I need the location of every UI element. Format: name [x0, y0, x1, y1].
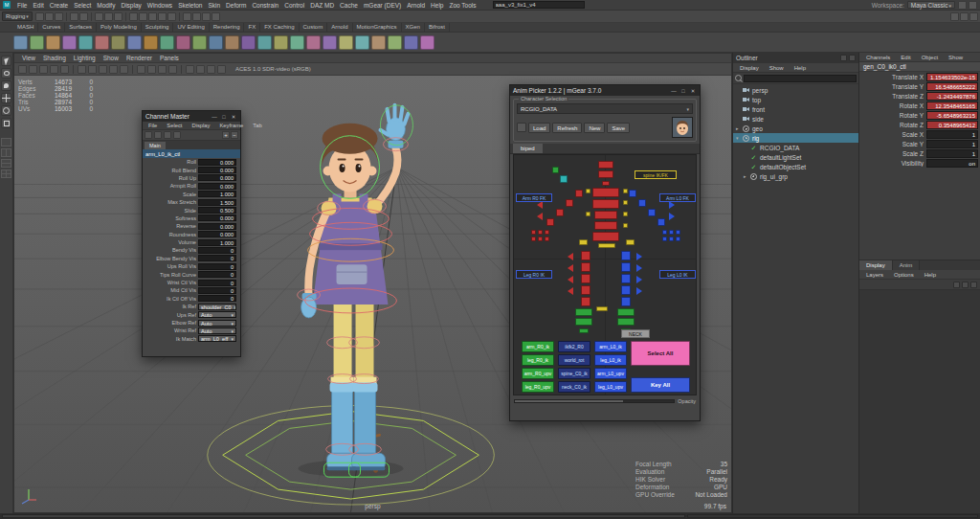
new-empty-layer-icon[interactable]: [962, 282, 969, 288]
cm-value-field[interactable]: 0.000: [198, 167, 236, 173]
2d-pan-zoom-icon[interactable]: [78, 65, 86, 74]
picker-table-leg-r0-ik[interactable]: leg_R0_ik: [522, 354, 554, 366]
shelf-icon-16[interactable]: [274, 35, 288, 50]
picker-button-yellow-43[interactable]: [586, 212, 590, 216]
cm-value-field[interactable]: 0.500: [198, 207, 236, 214]
picker-label-arm-l0-fk[interactable]: Arm L0 FK: [659, 193, 696, 202]
cm-value-field[interactable]: 0: [198, 255, 236, 261]
picker-button-red-17[interactable]: [545, 237, 549, 241]
outliner-item-rcgio-data[interactable]: ✓RCGIO_DATA: [733, 143, 858, 152]
axis-gizmo[interactable]: [19, 485, 38, 508]
cm-value-field[interactable]: 0: [198, 247, 236, 254]
shelf-icon-1[interactable]: [30, 35, 44, 50]
channel-value-field[interactable]: 1: [926, 140, 978, 148]
picker-button-yellow-44[interactable]: [579, 239, 588, 245]
picker-table-arm-r0-ik[interactable]: arm_R0_ik: [522, 341, 554, 352]
lasso-tool[interactable]: [1, 68, 11, 79]
save-button[interactable]: Save: [607, 123, 630, 133]
picker-button-yellow-40[interactable]: [623, 212, 628, 216]
layer-move-up-icon[interactable]: [953, 282, 960, 288]
cm-value-field[interactable]: 1.000: [198, 239, 236, 246]
shelf-tab-poly-modeling[interactable]: Poly Modeling: [97, 23, 142, 32]
picker-arrow-r-6[interactable]: [669, 201, 675, 209]
layer-menu-layers[interactable]: Layers: [866, 272, 883, 278]
picker-arrow-r-7[interactable]: [669, 213, 675, 220]
menu-deform[interactable]: Deform: [226, 2, 246, 9]
snap-curve-icon[interactable]: [139, 12, 147, 21]
shelf-icon-9[interactable]: [160, 35, 174, 50]
picker-button-red-2[interactable]: [602, 181, 610, 186]
new-button[interactable]: New: [584, 123, 605, 133]
textured-icon[interactable]: [207, 65, 215, 74]
picker-button-red-15[interactable]: [531, 237, 536, 241]
open-scene-icon[interactable]: [45, 12, 54, 21]
picker-button-green-51[interactable]: [617, 308, 635, 316]
wireframe-on-shaded-icon[interactable]: [196, 65, 205, 74]
shelf-tab-sculpting[interactable]: Sculpting: [142, 23, 174, 32]
shelf-tab-motiongraphics[interactable]: MotionGraphics: [353, 23, 402, 32]
picker-label-spine-ik-fk[interactable]: spine IK/FK: [635, 170, 677, 179]
channel-value-field[interactable]: on: [926, 159, 978, 168]
picker-button-red-9[interactable]: [566, 199, 573, 207]
shelf-tab-curves[interactable]: Curves: [38, 23, 65, 32]
shelf-icon-17[interactable]: [290, 35, 304, 50]
picker-button-red-11[interactable]: [546, 218, 554, 226]
undo-icon[interactable]: [70, 12, 78, 21]
grid-toggle-icon[interactable]: [88, 65, 97, 74]
picker-button-red-20[interactable]: [581, 274, 590, 283]
filter-icon[interactable]: [164, 131, 171, 139]
picker-button-blue-34[interactable]: [621, 262, 631, 272]
cm-menu-keyframe[interactable]: Keyframe: [219, 123, 243, 128]
picker-menu-icon[interactable]: [517, 123, 526, 132]
resolution-gate-icon[interactable]: [109, 65, 118, 74]
time-slider-strip[interactable]: [0, 513, 980, 519]
shelf-icon-8[interactable]: [144, 35, 158, 50]
shelf-icon-10[interactable]: [176, 35, 190, 50]
remove-channel-button[interactable]: −: [231, 131, 238, 139]
cm-enum-field[interactable]: Auto▾: [198, 320, 236, 327]
shelf-tab-custom[interactable]: Custom: [300, 23, 328, 32]
snap-plane-icon[interactable]: [158, 12, 167, 21]
picker-table-leg-r0-upv[interactable]: leg_R0_upv: [522, 381, 554, 393]
new-layer-from-selected-icon[interactable]: [970, 282, 977, 288]
shelf-tab-fx[interactable]: FX: [244, 23, 260, 32]
picker-table-leg-l0-upv[interactable]: leg_L0_upv: [594, 381, 627, 393]
outliner-item-geo[interactable]: ▸geo: [733, 124, 858, 133]
shelf-tab-rendering[interactable]: Rendering: [210, 23, 245, 32]
shelf-tab-bifrost[interactable]: Bifrost: [425, 23, 450, 32]
new-scene-icon[interactable]: [35, 12, 44, 21]
picker-button-red-12[interactable]: [531, 230, 536, 235]
picker-button-yellow-47[interactable]: [596, 306, 608, 311]
shelf-tab-surfaces[interactable]: Surfaces: [65, 23, 97, 32]
four-pane-layout-button[interactable]: [1, 169, 11, 178]
cm-value-field[interactable]: 0: [198, 287, 236, 294]
picker-button-red-14[interactable]: [545, 230, 549, 235]
channel-value-field[interactable]: 1.154633502e-15: [926, 73, 978, 81]
channel-box-menu-channels[interactable]: Channels: [866, 55, 890, 60]
paint-select-tool[interactable]: [1, 80, 11, 91]
cm-menu-display[interactable]: Display: [191, 123, 210, 128]
range-slider-bar[interactable]: [2, 514, 685, 518]
select-camera-icon[interactable]: [18, 65, 27, 74]
channel-master-tab[interactable]: Main: [145, 142, 166, 149]
picker-button-red-13[interactable]: [538, 230, 543, 235]
picker-button-red-16[interactable]: [538, 237, 543, 241]
picker-arrow-r-11[interactable]: [636, 287, 642, 295]
picker-button-red-8[interactable]: [575, 190, 583, 197]
menu-zoo-tools[interactable]: Zoo Tools: [449, 2, 476, 9]
outliner-item-rig[interactable]: ▾rig: [733, 133, 858, 143]
picker-button-blue-31[interactable]: [669, 237, 674, 241]
channel-value-field[interactable]: 0.3548965412: [926, 121, 978, 129]
picker-table-spine-c0-ik[interactable]: spine_C0_ik: [558, 368, 590, 379]
close-icon[interactable]: ✕: [230, 114, 237, 120]
outliner-item-side[interactable]: side: [733, 114, 858, 124]
snap-point-icon[interactable]: [148, 12, 157, 21]
shelf-icon-6[interactable]: [111, 35, 125, 50]
xray-icon[interactable]: [186, 65, 194, 74]
sidebar-tool-settings-icon[interactable]: [960, 12, 969, 21]
select-tool[interactable]: [1, 56, 11, 66]
menu-cache[interactable]: Cache: [340, 2, 358, 9]
picker-table-neck-c0-ik[interactable]: neck_C0_ik: [558, 381, 590, 393]
picker-button-green-52[interactable]: [617, 318, 635, 326]
shelf-icon-22[interactable]: [371, 35, 386, 50]
